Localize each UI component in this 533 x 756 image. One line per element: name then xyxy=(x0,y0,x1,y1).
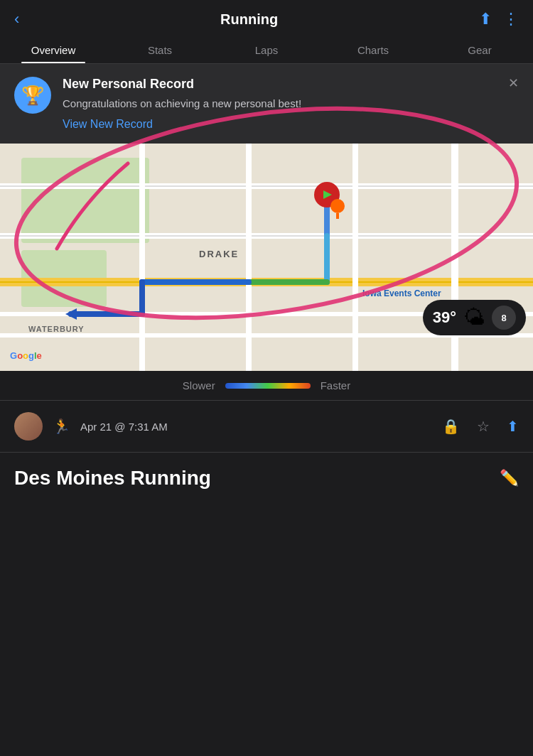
trophy-icon-wrap: 🏆 xyxy=(14,77,51,114)
tab-stats[interactable]: Stats xyxy=(107,36,213,63)
trophy-icon: 🏆 xyxy=(21,85,44,107)
weather-widget: 39° 🌤 8 xyxy=(423,300,526,335)
notification-body: Congratulations on achieving a new perso… xyxy=(63,96,519,111)
wind-speed-badge: 8 xyxy=(492,306,516,330)
svg-text:DRAKE: DRAKE xyxy=(199,249,239,259)
svg-rect-1 xyxy=(21,158,149,243)
svg-rect-26 xyxy=(336,213,339,219)
workout-title: Des Moines Running xyxy=(14,467,211,490)
map-svg: DRAKE Iowa Events Center WATERBURY xyxy=(0,144,533,371)
faster-label: Faster xyxy=(321,379,351,392)
user-avatar xyxy=(14,412,43,441)
workout-info-bar: 🏃 Apr 21 @ 7:31 AM 🔒 ☆ ⬆ xyxy=(0,400,533,453)
notification-title: New Personal Record xyxy=(63,77,519,92)
tab-overview[interactable]: Overview xyxy=(0,36,107,63)
back-button[interactable]: ‹ xyxy=(14,10,19,28)
notification-content: New Personal Record Congratulations on a… xyxy=(63,77,519,131)
google-logo: Google xyxy=(10,350,42,361)
star-icon[interactable]: ☆ xyxy=(477,418,490,435)
page-title: Running xyxy=(19,11,479,28)
temperature-display: 39° xyxy=(433,308,456,327)
speed-legend-bar xyxy=(225,383,311,389)
svg-point-25 xyxy=(330,199,345,213)
svg-text:Iowa Events Center: Iowa Events Center xyxy=(362,288,441,298)
tab-bar: Overview Stats Laps Charts Gear xyxy=(0,36,533,64)
workout-date: Apr 21 @ 7:31 AM xyxy=(80,421,432,433)
share-button[interactable]: ⬆ xyxy=(479,10,492,28)
sun-icon: 🌤 xyxy=(463,306,485,330)
view-record-link[interactable]: View New Record xyxy=(63,118,153,130)
svg-text:WATERBURY: WATERBURY xyxy=(28,325,85,333)
runner-icon: 🏃 xyxy=(53,418,70,435)
header-actions: ⬆ ⋮ xyxy=(479,10,519,28)
notification-banner: 🏆 New Personal Record Congratulations on… xyxy=(0,64,533,144)
app-header: ‹ Running ⬆ ⋮ xyxy=(0,0,533,36)
speed-legend: Slower Faster xyxy=(0,371,533,400)
info-actions: 🔒 ☆ ⬆ xyxy=(442,418,519,435)
lock-icon: 🔒 xyxy=(442,418,460,435)
add-photo-icon[interactable]: ⬆ xyxy=(507,418,519,435)
tab-laps[interactable]: Laps xyxy=(213,36,320,63)
tab-charts[interactable]: Charts xyxy=(320,36,426,63)
more-button[interactable]: ⋮ xyxy=(503,10,519,28)
slower-label: Slower xyxy=(183,379,215,392)
map-container: DRAKE Iowa Events Center WATERBURY 39° 🌤… xyxy=(0,144,533,371)
tab-gear[interactable]: Gear xyxy=(426,36,533,63)
workout-title-section: Des Moines Running ✏️ xyxy=(0,453,533,501)
edit-icon[interactable]: ✏️ xyxy=(500,469,519,487)
close-notification-button[interactable]: ✕ xyxy=(504,74,523,92)
